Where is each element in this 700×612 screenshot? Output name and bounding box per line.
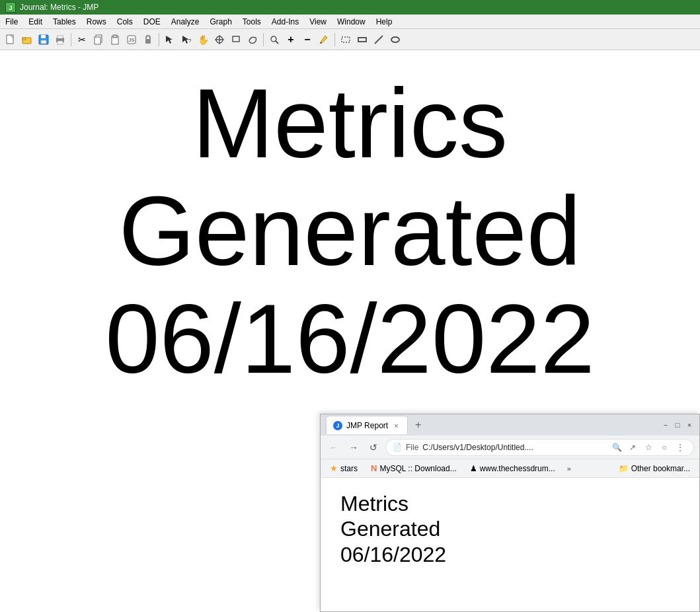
browser-url-bar[interactable]: 📄 File C:/Users/v1/Desktop/Untitled.... …: [385, 439, 694, 456]
toolbar: ✂ JS ? ✋ + −: [0, 29, 700, 50]
svg-rect-3: [22, 38, 26, 40]
browser-tab-jmp-report[interactable]: J JMP Report ×: [326, 416, 408, 434]
svg-rect-11: [95, 37, 100, 44]
search-icon[interactable]: 🔍: [610, 441, 623, 454]
menu-window[interactable]: Window: [332, 15, 371, 28]
journal-title-block: Metrics Generated 06/16/2022: [0, 70, 700, 393]
svg-rect-28: [358, 38, 366, 42]
browser-tab-label: JMP Report: [346, 421, 388, 430]
bookmark-chess-label: www.thechessdrum...: [480, 464, 555, 473]
toolbar-paste-btn[interactable]: [107, 32, 123, 48]
toolbar-rect-select-btn[interactable]: [338, 32, 354, 48]
svg-marker-17: [166, 36, 173, 44]
toolbar-zoom-in-btn[interactable]: +: [283, 32, 299, 48]
browser-window: J JMP Report × + − □ × ← → ↺ 📄 File C:/U…: [320, 414, 700, 612]
journal-title-line1: Metrics: [192, 69, 508, 178]
toolbar-open-btn[interactable]: [19, 32, 35, 48]
toolbar-new-btn[interactable]: [3, 32, 19, 48]
toolbar-rect-btn[interactable]: [354, 32, 370, 48]
svg-point-30: [391, 37, 399, 42]
toolbar-pencil-btn[interactable]: [316, 32, 332, 48]
new-tab-button[interactable]: +: [410, 417, 426, 433]
bookmark-stars[interactable]: ★ stars: [326, 462, 362, 475]
journal-title-line3: 06/16/2022: [105, 284, 595, 393]
menu-analyze[interactable]: Analyze: [166, 15, 205, 28]
svg-rect-16: [145, 39, 151, 44]
browser-address-bar: ← → ↺ 📄 File C:/Users/v1/Desktop/Untitle…: [321, 436, 699, 459]
browser-back-btn[interactable]: ←: [326, 440, 342, 455]
bookmark-icon[interactable]: ☆: [642, 441, 655, 454]
svg-point-24: [271, 36, 276, 42]
menu-bar: File Edit Tables Rows Cols DOE Analyze G…: [0, 15, 700, 29]
toolbar-lasso-btn[interactable]: [245, 32, 260, 48]
bookmark-mysql-label: MySQL :: Download...: [379, 464, 456, 473]
svg-line-25: [276, 41, 278, 44]
menu-graph[interactable]: Graph: [204, 15, 237, 28]
svg-rect-5: [41, 35, 46, 38]
browser-forward-btn[interactable]: →: [346, 440, 362, 455]
share-icon[interactable]: ↗: [626, 441, 639, 454]
menu-edit[interactable]: Edit: [23, 15, 48, 28]
browser-tab-close-btn[interactable]: ×: [392, 421, 400, 430]
browser-tab-icon: J: [333, 421, 342, 430]
menu-tools[interactable]: Tools: [237, 15, 266, 28]
toolbar-copy-btn[interactable]: [91, 32, 106, 48]
browser-title-line3: 06/16/2022: [340, 543, 446, 566]
bookmark-mysql[interactable]: N MySQL :: Download...: [367, 462, 461, 475]
svg-rect-23: [233, 36, 239, 42]
menu-rows[interactable]: Rows: [81, 15, 112, 28]
toolbar-brush-btn[interactable]: [228, 32, 244, 48]
menu-tables[interactable]: Tables: [48, 15, 81, 28]
toolbar-sep-2: [159, 33, 159, 46]
svg-rect-9: [58, 36, 63, 38]
more-icon[interactable]: ⋮: [674, 441, 687, 454]
browser-bookmarks-bar: ★ stars N MySQL :: Download... ♟ www.the…: [321, 459, 699, 478]
plus-icon: +: [288, 34, 293, 46]
bookmark-folder-icon: 📁: [619, 464, 629, 473]
browser-close-btn[interactable]: ×: [685, 420, 694, 430]
toolbar-hand-btn[interactable]: ✋: [195, 32, 211, 48]
toolbar-sep-4: [334, 33, 335, 46]
toolbar-lock-btn[interactable]: [140, 32, 156, 48]
toolbar-script-btn[interactable]: JS: [124, 32, 139, 48]
browser-minimize-btn[interactable]: −: [661, 420, 670, 430]
menu-file[interactable]: File: [0, 15, 23, 28]
file-protocol-icon: 📄: [393, 443, 402, 451]
browser-page-title: Metrics Generated 06/16/2022: [340, 491, 680, 567]
menu-view[interactable]: View: [304, 15, 332, 28]
browser-title-line2: Generated: [340, 517, 440, 541]
menu-help[interactable]: Help: [371, 15, 398, 28]
bookmark-chess[interactable]: ♟ www.thechessdrum...: [466, 463, 559, 475]
browser-maximize-btn[interactable]: □: [673, 420, 682, 430]
menu-doe[interactable]: DOE: [138, 15, 166, 28]
url-action-buttons: 🔍 ↗ ☆ ○ ⋮: [610, 441, 687, 454]
bookmark-stars-label: stars: [340, 464, 358, 473]
svg-text:JS: JS: [128, 37, 134, 43]
toolbar-ellipse-btn[interactable]: [387, 32, 403, 48]
toolbar-select-btn[interactable]: [162, 32, 178, 48]
toolbar-line-btn[interactable]: [371, 32, 387, 48]
browser-refresh-btn[interactable]: ↺: [366, 440, 381, 455]
toolbar-help-cursor-btn[interactable]: ?: [178, 32, 194, 48]
toolbar-zoom-out-btn[interactable]: −: [299, 32, 315, 48]
url-text: C:/Users/v1/Desktop/Untitled....: [422, 443, 606, 452]
menu-addins[interactable]: Add-Ins: [266, 15, 304, 28]
minus-icon: −: [304, 34, 310, 46]
title-bar: J Journal: Metrics - JMP: [0, 0, 700, 15]
browser-title-line1: Metrics: [340, 492, 408, 516]
menu-cols[interactable]: Cols: [112, 15, 138, 28]
toolbar-crosshair-btn[interactable]: [212, 32, 227, 48]
svg-line-29: [375, 36, 383, 44]
svg-rect-13: [113, 35, 117, 38]
svg-rect-8: [58, 41, 63, 44]
profile-icon[interactable]: ○: [658, 441, 671, 454]
svg-rect-27: [342, 37, 350, 42]
bookmark-other[interactable]: 📁 Other bookmar...: [615, 463, 694, 475]
toolbar-print-btn[interactable]: [52, 32, 68, 48]
app-icon: J: [5, 2, 16, 13]
main-content: Metrics Generated 06/16/2022 J JMP Repor…: [0, 50, 700, 612]
toolbar-save-btn[interactable]: [36, 32, 52, 48]
toolbar-zoom-btn[interactable]: [266, 32, 282, 48]
toolbar-cut-btn[interactable]: ✂: [74, 32, 90, 48]
bookmark-more-btn[interactable]: »: [564, 463, 574, 474]
